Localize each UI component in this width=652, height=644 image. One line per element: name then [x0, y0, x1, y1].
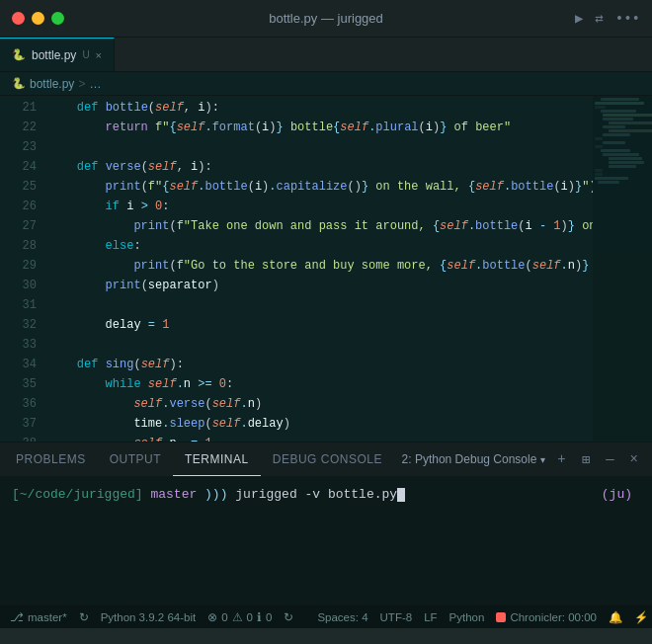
panel-tab-bar: PROBLEMS OUTPUT TERMINAL DEBUG CONSOLE 2…: [0, 442, 652, 476]
code-line-23: [44, 137, 593, 157]
tab-close-button[interactable]: ×: [96, 49, 102, 61]
code-line-31: [44, 295, 593, 315]
more-icon[interactable]: •••: [615, 11, 640, 27]
chevron-down-icon: ▾: [540, 454, 545, 465]
code-line-21: def bottle(self, i):: [44, 98, 593, 118]
terminal-right-label: (ju): [602, 487, 640, 502]
python-file-icon: 🐍: [12, 48, 26, 61]
branch-icon: ⎇: [10, 610, 24, 624]
info-icon: ℹ: [257, 610, 262, 624]
status-spaces[interactable]: Spaces: 4: [317, 611, 367, 623]
warning-icon: ⚠: [232, 610, 243, 624]
status-errors[interactable]: ⊗ 0 ⚠ 0 ℹ 0: [207, 610, 272, 624]
status-line-ending[interactable]: LF: [424, 611, 437, 623]
tab-debug-console[interactable]: DEBUG CONSOLE: [261, 443, 394, 476]
spaces-label: Spaces: 4: [317, 611, 367, 623]
add-terminal-button[interactable]: +: [553, 449, 569, 469]
tab-bar: 🐍 bottle.py U ×: [0, 38, 652, 72]
panel-tabs-group: PROBLEMS OUTPUT TERMINAL DEBUG CONSOLE: [4, 443, 394, 476]
code-line-38: self.n -= 1: [44, 434, 593, 442]
python-label: Python 3.9.2 64-bit: [101, 611, 197, 623]
code-content[interactable]: def bottle(self, i): return f"{self.form…: [44, 96, 593, 442]
code-line-30: print(separator): [44, 276, 593, 295]
code-line-28: else:: [44, 236, 593, 256]
code-line-24: def verse(self, i):: [44, 157, 593, 177]
code-line-22: return f"{self.format(i)} bottle{self.pl…: [44, 118, 593, 137]
status-update[interactable]: ↻: [284, 610, 293, 624]
encoding-label: UTF-8: [380, 611, 413, 623]
minimap: [593, 96, 652, 442]
tab-problems[interactable]: PROBLEMS: [4, 443, 98, 476]
chronicler-label: Chronicler: 00:00: [510, 611, 597, 623]
minimize-panel-button[interactable]: —: [602, 449, 617, 469]
feed-icon: ⚡: [634, 610, 648, 624]
code-line-33: [44, 335, 593, 355]
bell-icon: 🔔: [609, 610, 622, 624]
breadcrumb-path: …: [89, 77, 101, 91]
code-line-26: if i > 0:: [44, 197, 593, 216]
maximize-dot[interactable]: [51, 12, 64, 25]
error-count: 0: [221, 611, 227, 623]
status-encoding[interactable]: UTF-8: [380, 611, 413, 623]
branch-label: master*: [28, 611, 67, 623]
window-title: bottle.py — jurigged: [269, 11, 383, 26]
update-icon: ↻: [284, 610, 293, 624]
editor: 21 22 23 24 25 26 27 28 29 30 31 32 33 3…: [0, 96, 652, 442]
split-icon[interactable]: ⇄: [595, 10, 603, 27]
line-ending-label: LF: [424, 611, 437, 623]
tab-terminal[interactable]: TERMINAL: [173, 443, 261, 476]
statusbar: ⎇ master* ↻ Python 3.9.2 64-bit ⊗ 0 ⚠ 0 …: [0, 604, 652, 628]
close-dot[interactable]: [12, 12, 25, 25]
minimize-dot[interactable]: [32, 12, 44, 25]
terminal-dropdown[interactable]: 2: Python Debug Console ▾: [402, 452, 546, 466]
code-line-29: print(f"Go to the store and buy some mor…: [44, 256, 593, 276]
language-label: Python: [449, 611, 485, 623]
status-language[interactable]: Python: [449, 611, 485, 623]
split-terminal-button[interactable]: ⊞: [578, 449, 594, 470]
titlebar: bottle.py — jurigged ▶ ⇄ •••: [0, 0, 652, 38]
run-icon[interactable]: ▶: [575, 10, 583, 27]
terminal-prompt: [~/code/jurigged] master ))) jurigged -v…: [12, 484, 405, 506]
tab-modified-dot: U: [82, 49, 89, 60]
code-line-35: while self.n >= 0:: [44, 374, 593, 394]
status-jurigged[interactable]: ↻: [79, 610, 89, 624]
status-chronicler[interactable]: Chronicler: 00:00: [496, 611, 597, 623]
breadcrumb-file-icon: 🐍: [12, 77, 26, 90]
code-line-32: delay = 1: [44, 315, 593, 335]
breadcrumb: 🐍 bottle.py > …: [0, 72, 652, 96]
info-count: 0: [266, 611, 272, 623]
window-controls: [12, 12, 64, 25]
error-icon: ⊗: [207, 610, 217, 624]
reload-icon: ↻: [79, 610, 89, 624]
terminal-line: [~/code/jurigged] master ))) jurigged -v…: [12, 484, 640, 506]
close-panel-button[interactable]: ×: [626, 449, 642, 469]
titlebar-actions: ▶ ⇄ •••: [575, 10, 640, 27]
breadcrumb-file: bottle.py: [30, 77, 74, 91]
code-line-25: print(f"{self.bottle(i).capitalize()} on…: [44, 177, 593, 197]
code-line-34: def sing(self):: [44, 355, 593, 374]
code-line-36: self.verse(self.n): [44, 394, 593, 414]
terminal-dropdown-label: 2: Python Debug Console: [402, 452, 537, 466]
tab-bottle-py[interactable]: 🐍 bottle.py U ×: [0, 38, 115, 71]
status-feed[interactable]: ⚡: [634, 610, 648, 624]
terminal[interactable]: [~/code/jurigged] master ))) jurigged -v…: [0, 476, 652, 604]
status-branch[interactable]: ⎇ master*: [10, 610, 67, 624]
code-line-37: time.sleep(self.delay): [44, 414, 593, 434]
warning-count: 0: [247, 611, 253, 623]
tab-output[interactable]: OUTPUT: [98, 443, 173, 476]
breadcrumb-sep: >: [78, 77, 85, 91]
line-numbers: 21 22 23 24 25 26 27 28 29 30 31 32 33 3…: [0, 96, 44, 442]
chronicler-dot: [496, 612, 506, 622]
panel-tab-right: 2: Python Debug Console ▾ + ⊞ — ×: [402, 449, 648, 470]
status-bell[interactable]: 🔔: [609, 610, 622, 624]
status-python[interactable]: Python 3.9.2 64-bit: [101, 611, 197, 623]
tab-label: bottle.py: [32, 48, 76, 62]
code-line-27: print(f"Take one down and pass it around…: [44, 216, 593, 236]
